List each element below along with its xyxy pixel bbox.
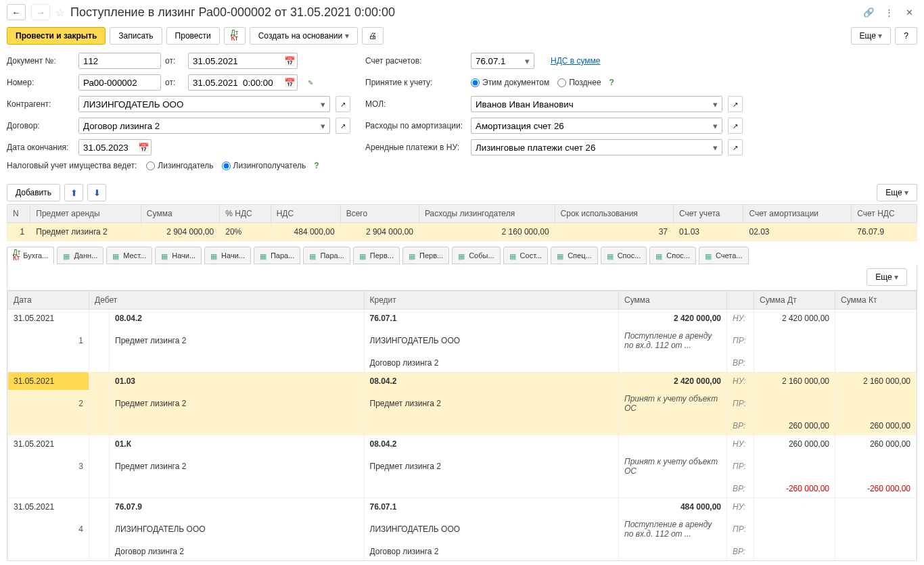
calendar-icon[interactable]: 📅	[283, 76, 296, 89]
number-date-input[interactable]	[188, 74, 298, 91]
grid-icon	[705, 252, 713, 259]
star-icon[interactable]: ☆	[55, 6, 65, 19]
accept-opt1[interactable]: Этим документом	[471, 78, 549, 87]
col-n[interactable]: N	[7, 205, 30, 223]
col-use-period[interactable]: Срок использования	[555, 205, 673, 223]
close-icon[interactable]: ✕	[901, 4, 917, 20]
mol-input[interactable]	[471, 96, 722, 112]
page-title: Поступление в лизинг Ра00-000002 от 31.0…	[70, 5, 855, 20]
tab-3[interactable]: Начи...	[155, 247, 202, 264]
menu-icon[interactable]: ⋮	[881, 4, 897, 20]
number-input[interactable]	[78, 74, 161, 91]
tab-8[interactable]: Перв...	[402, 247, 449, 264]
col-deprec-acct[interactable]: Счет амортизации	[743, 205, 852, 223]
chevron-down-icon[interactable]: ▾	[521, 54, 533, 68]
nav-forward[interactable]: →	[31, 4, 50, 20]
chevron-down-icon[interactable]: ▾	[709, 97, 721, 111]
move-up-button[interactable]: ⬆	[64, 184, 83, 201]
grid-icon	[309, 252, 317, 259]
col-sum[interactable]: Сумма	[619, 291, 727, 310]
create-based-button[interactable]: Создать на основании	[250, 27, 358, 45]
help-icon[interactable]: ?	[609, 78, 614, 87]
contract-input[interactable]	[78, 118, 330, 134]
doc-no-label: Документ №:	[7, 56, 74, 66]
post-button[interactable]: Провести	[166, 27, 220, 45]
tab-12[interactable]: Спос...	[601, 247, 647, 264]
post-close-button[interactable]: Провести и закрыть	[7, 27, 106, 45]
col-sum[interactable]: Сумма	[141, 205, 219, 223]
ledger-row[interactable]: 31.05.202108.04.276.07.12 420 000,00НУ:2…	[8, 310, 917, 328]
rent-label: Арендные платежи в НУ:	[365, 143, 467, 152]
deprec-input[interactable]	[471, 118, 722, 134]
vat-link[interactable]: НДС в сумме	[551, 56, 601, 66]
tab-4[interactable]: Начи...	[204, 247, 251, 264]
dtkt-button[interactable]: ДтКт	[224, 27, 246, 45]
tax-opt2[interactable]: Лизингополучатель	[222, 161, 306, 170]
col-subject[interactable]: Предмет аренды	[30, 205, 141, 223]
doc-no-input[interactable]	[78, 53, 161, 69]
save-button[interactable]: Записать	[110, 27, 162, 45]
col-vat[interactable]: НДС	[271, 205, 340, 223]
table-row[interactable]: 1Предмет лизинга 22 904 000,0020%484 000…	[7, 223, 917, 241]
contragent-label: Контрагент:	[7, 99, 74, 109]
ledger-row[interactable]: 31.05.202101.0308.04.22 420 000,00НУ:2 1…	[8, 372, 917, 391]
col-date[interactable]: Дата	[8, 291, 89, 310]
chevron-down-icon[interactable]: ▾	[709, 119, 721, 132]
ledger-more-button[interactable]: Еще	[867, 268, 907, 286]
tab-13[interactable]: Спос...	[649, 247, 696, 264]
tab-10[interactable]: Сост...	[503, 247, 549, 264]
col-credit[interactable]: Кредит	[364, 291, 619, 310]
chevron-down-icon[interactable]: ▾	[709, 141, 721, 154]
doc-date-input[interactable]	[188, 53, 298, 69]
col-sum-dt[interactable]: Сумма Дт	[754, 291, 835, 310]
move-down-button[interactable]: ⬇	[87, 184, 106, 201]
tab-7[interactable]: Перв...	[353, 247, 400, 264]
calendar-icon[interactable]: 📅	[283, 54, 296, 68]
add-button[interactable]: Добавить	[7, 184, 60, 201]
open-icon[interactable]: ↗	[728, 139, 743, 155]
tab-2[interactable]: Мест...	[106, 247, 152, 264]
tab-0[interactable]: ДтКтБухга...	[7, 247, 54, 264]
help-icon[interactable]: ?	[314, 161, 319, 170]
ledger-sub: 2Предмет лизинга 2Предмет лизинга 2Приня…	[8, 390, 917, 417]
ledger-row[interactable]: 31.05.202101.К08.04.2НУ:260 000,00260 00…	[8, 435, 917, 453]
tax-opt1[interactable]: Лизингодатель	[146, 161, 213, 170]
open-icon[interactable]: ↗	[336, 118, 350, 134]
grid-icon	[161, 252, 169, 259]
dtkt-icon: ДтКт	[13, 250, 20, 261]
link-icon[interactable]: 🔗	[860, 4, 877, 20]
ledger-row[interactable]: 31.05.202176.07.976.07.1484 000,00НУ:	[8, 498, 917, 516]
more-button[interactable]: Еще	[851, 27, 892, 45]
col-debit[interactable]: Дебет	[89, 291, 365, 310]
rent-input[interactable]	[471, 139, 722, 155]
open-icon[interactable]: ↗	[336, 96, 350, 112]
open-icon[interactable]: ↗	[728, 96, 743, 112]
tab-14[interactable]: Счета...	[699, 247, 749, 264]
items-more-button[interactable]: Еще	[877, 184, 917, 201]
col-acct[interactable]: Счет учета	[673, 205, 743, 223]
accept-opt2[interactable]: Позднее	[557, 78, 601, 87]
tab-11[interactable]: Спец...	[551, 247, 598, 264]
col-vat-acct[interactable]: Счет НДС	[852, 205, 917, 223]
col-lessor-exp[interactable]: Расходы лизингодателя	[419, 205, 555, 223]
print-button[interactable]: 🖨	[362, 27, 384, 45]
tab-5[interactable]: Пара...	[254, 247, 300, 264]
tab-1[interactable]: Данн...	[57, 247, 103, 264]
tab-9[interactable]: Собы...	[452, 247, 500, 264]
grid-icon	[509, 252, 517, 259]
chevron-down-icon[interactable]: ▾	[317, 97, 329, 111]
grid-icon	[607, 252, 615, 259]
chevron-down-icon[interactable]: ▾	[317, 119, 329, 132]
account-label: Счет расчетов:	[365, 56, 467, 66]
contragent-input[interactable]	[78, 96, 330, 112]
ledger-sub: 1Предмет лизинга 2ЛИЗИНГОДАТЕЛЬ ОООПосту…	[8, 327, 917, 354]
col-sum-kt[interactable]: Сумма Кт	[835, 291, 917, 310]
col-total[interactable]: Всего	[340, 205, 419, 223]
tab-6[interactable]: Пара...	[303, 247, 350, 264]
help-button[interactable]: ?	[895, 27, 917, 45]
edit-icon[interactable]: ✎	[303, 74, 318, 91]
col-vat-pct[interactable]: % НДС	[220, 205, 271, 223]
nav-back[interactable]: ←	[7, 4, 26, 20]
calendar-icon[interactable]: 📅	[137, 141, 150, 154]
open-icon[interactable]: ↗	[728, 118, 743, 134]
